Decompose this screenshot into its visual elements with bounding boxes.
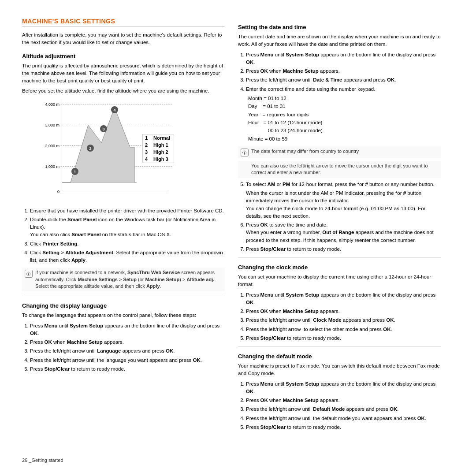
dt-step-7: Press Stop/Clear to return to ready mode… [246,245,441,253]
altitude-note-text: If your machine is connected to a networ… [35,269,222,290]
dlang-step-1: Press Menu until System Setup appears on… [30,322,225,338]
dm-step-5: Press Stop/Clear to return to ready mode… [246,424,441,431]
date-note-text: The date format may differ from country … [251,148,359,155]
dm-step-2: Press OK when Machine Setup appears. [246,397,441,404]
dlang-step-3: Press the left/right arrow until Languag… [30,347,225,355]
date-time-intro: The current date and time are shown on t… [238,33,441,48]
date-time-title: Setting the date and time [238,24,441,30]
default-mode-intro: Your machine is preset to Fax mode. You … [238,362,441,378]
dt-step-3: Press the left/right arrow until Date & … [246,76,441,84]
legend-high2: High 2 [150,149,174,156]
display-lang-title: Changing the display language [22,302,225,309]
default-mode-steps: Press Menu until System Setup appears on… [246,380,441,431]
alt-0-label: 0 [35,190,61,194]
clock-mode-steps: Press Menu until System Setup appears on… [246,291,441,342]
cursor-note-text: You can also use the left/right arrow to… [251,163,438,176]
dlang-step-4: Press the left/right arrow until the lan… [30,357,225,364]
display-lang-intro: To change the language that appears on t… [22,312,225,319]
cm-step-5: Press Stop/Clear to return to ready mode… [246,335,441,342]
dt-step-5b: When the cursor is not under the AM or P… [246,190,441,220]
dt-step-5: To select AM or PM for 12-hour format, p… [246,181,441,220]
dlang-step-2: Press OK when Machine Setup appears. [30,338,225,346]
legend-high3: High 3 [150,156,174,163]
altitude-para1: The print quality is affected by atmosph… [22,62,225,85]
alt-4000-label: 4,000 m [35,102,61,107]
default-mode-title: Changing the default mode [238,353,441,360]
mountain-svg: 1 2 3 4 [62,99,137,191]
dt-step-2: Press OK when Machine Setup appears. [246,67,441,75]
cm-step-1: Press Menu until System Setup appears on… [246,291,441,307]
page-footer: 26 _Getting started [22,457,63,463]
altitude-para2: Before you set the altitude value, find … [22,87,225,95]
date-time-steps-cont: To select AM or PM for 12-hour format, p… [246,181,441,253]
dt-step-4: Enter the correct time and date using th… [246,86,441,143]
altitude-diagram: 4,000 m 3,000 m 2,000 m 1,000 m 0 [35,99,172,200]
cm-step-4: Press the left/right arrow to select the… [246,326,441,333]
display-lang-steps: Press Menu until System Setup appears on… [30,322,225,373]
altitude-note-box: 🛈 If your machine is connected to a netw… [22,268,225,291]
dm-step-3: Press the left/right arrow until Default… [246,405,441,413]
altitude-step-2: Double-click the Smart Panel icon on the… [30,216,225,239]
svg-text:4: 4 [113,108,115,112]
altitude-title: Altitude adjustment [22,53,225,60]
keypad-values: Month = 01 to 12 Day = 01 to 31 Year = r… [248,94,441,143]
dt-step-6b: When you enter a wrong number, Out of Ra… [246,230,434,242]
dt-step-1: Press Menu until System Setup appears on… [246,51,441,67]
altitude-step-4: Click Setting > Altitude Adjustment. Sel… [30,249,225,264]
clock-mode-intro: You can set your machine to display the … [238,273,441,289]
svg-text:2: 2 [89,146,91,151]
dlang-step-5: Press Stop/Clear to return to ready mode… [30,365,225,373]
note-icon: 🛈 [25,270,33,278]
legend-normal: Normal [150,134,174,141]
altitude-step-3: Click Printer Setting. [30,240,225,248]
legend-high1: High 1 [150,141,174,149]
left-column: MACHINE'S BASIC SETTINGS After installat… [22,18,225,435]
svg-text:1: 1 [74,170,76,174]
dt-step-6: Press OK to save the time and date. When… [246,221,441,244]
dm-step-1: Press Menu until System Setup appears on… [246,380,441,396]
date-time-steps: Press Menu until System Setup appears on… [246,51,441,143]
altitude-steps: Ensure that you have installed the print… [30,207,225,264]
main-title: MACHINE'S BASIC SETTINGS [22,18,225,27]
altitude-step-1: Ensure that you have installed the print… [30,207,225,215]
cm-step-3: Press the left/right arrow until Clock M… [246,316,441,324]
svg-text:3: 3 [102,127,104,131]
cm-step-2: Press OK when Machine Setup appears. [246,308,441,315]
clock-mode-title: Changing the clock mode [238,264,441,271]
alt-1000-label: 1,000 m [35,164,61,169]
date-note-icon: 🛈 [241,149,249,156]
alt-2000-label: 2,000 m [35,144,61,148]
dm-step-4: Press the left/right arrow until the def… [246,415,441,422]
alt-3000-label: 3,000 m [35,123,61,127]
date-note-box: 🛈 The date format may differ from countr… [238,146,441,158]
intro-text: After installation is complete, you may … [22,31,225,47]
altitude-legend: 1 Normal 2 High 1 3 High 2 4 High 3 [142,134,174,163]
right-column: Setting the date and time The current da… [238,18,441,435]
cursor-note-box: You can also use the left/right arrow to… [238,161,441,178]
